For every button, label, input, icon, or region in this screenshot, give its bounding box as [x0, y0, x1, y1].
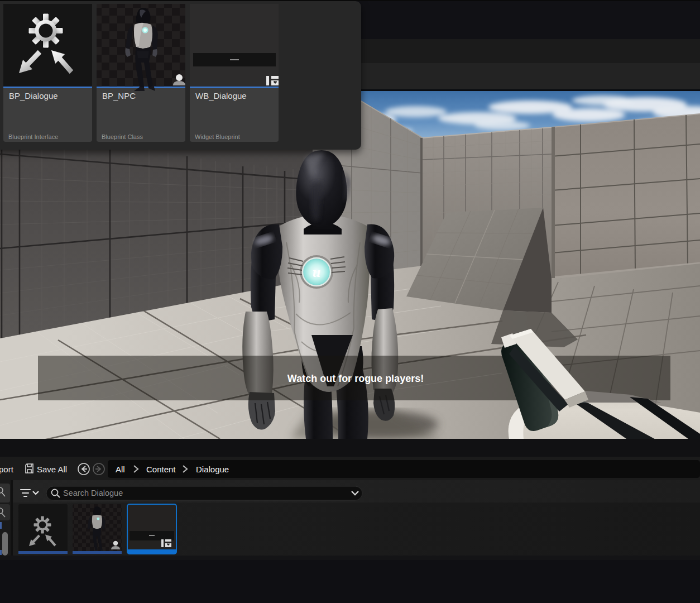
svg-text:Widget Blueprint: Widget Blueprint	[195, 133, 240, 140]
svg-text:WB_Dialogue: WB_Dialogue	[195, 91, 247, 100]
svg-text:BP_NPC: BP_NPC	[102, 91, 136, 100]
svg-text:Blueprint Interface: Blueprint Interface	[8, 133, 58, 140]
svg-text:Content: Content	[146, 465, 176, 474]
svg-text:Dialogue: Dialogue	[196, 465, 229, 474]
svg-text:Search Dialogue: Search Dialogue	[63, 489, 123, 497]
svg-text:port: port	[0, 465, 14, 474]
svg-text:Watch out for rogue players!: Watch out for rogue players!	[287, 373, 424, 384]
svg-text:u: u	[313, 264, 320, 280]
svg-text:BP_Dialogue: BP_Dialogue	[9, 91, 58, 100]
svg-text:All: All	[116, 465, 125, 474]
svg-text:Blueprint Class: Blueprint Class	[102, 133, 143, 140]
svg-text:Save All: Save All	[37, 465, 67, 474]
